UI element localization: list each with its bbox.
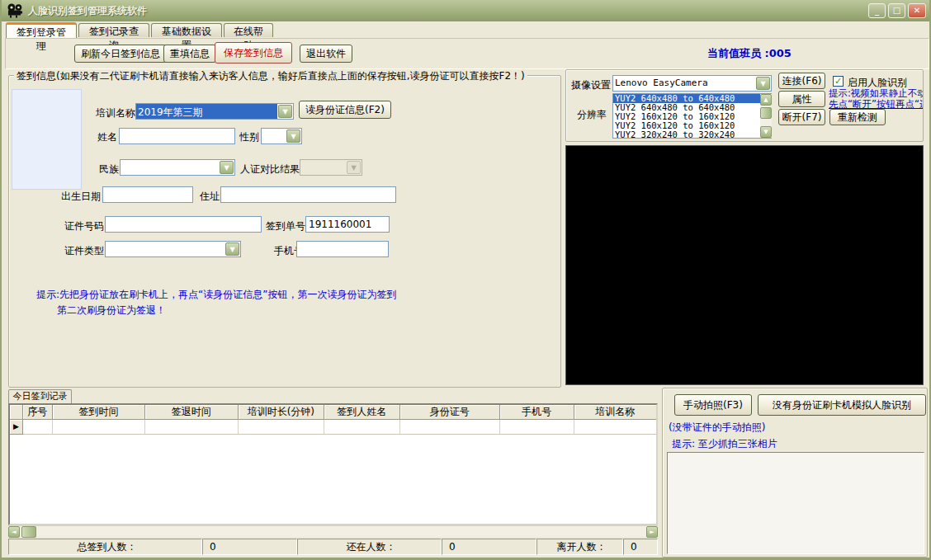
scroll-left-icon[interactable]: ◄ xyxy=(8,526,20,538)
left-count-label: 离开人数 : xyxy=(536,539,623,555)
chevron-down-icon[interactable]: ▼ xyxy=(225,242,239,256)
signin-form-legend: 签到信息(如果没有二代证刷卡机请直接输入来访客人信息，输好后直接点上面的保存按钮… xyxy=(14,69,527,83)
gender-label: 性别 xyxy=(239,130,259,144)
column-header: 签到时间 xyxy=(53,405,145,420)
captured-photos-area xyxy=(667,452,924,554)
scroll-up-icon[interactable]: ▲ xyxy=(760,94,772,106)
phone-input[interactable] xyxy=(296,241,389,257)
ethnicity-label: 民族 xyxy=(99,162,119,176)
properties-button[interactable]: 属性 xyxy=(778,91,825,107)
training-name-value: 2019年第三期 xyxy=(136,104,277,119)
left-count-value: 0 xyxy=(623,539,658,555)
column-header: 签到人姓名 xyxy=(324,405,400,420)
read-id-card-button[interactable]: 读身份证信息(F2) xyxy=(299,101,391,119)
column-header: 序号 xyxy=(23,405,53,420)
chevron-down-icon[interactable]: ▼ xyxy=(278,105,292,118)
capture-note2: 提示: 至少抓拍三张相片 xyxy=(672,437,777,451)
address-label: 住址 xyxy=(200,190,220,204)
refill-info-button[interactable]: 重填信息 xyxy=(163,45,216,63)
selector-header-cell xyxy=(10,405,23,420)
total-signin-label: 总签到人数 : xyxy=(8,539,202,555)
scroll-thumb[interactable] xyxy=(21,526,36,538)
row-marker-icon: ▶ xyxy=(10,420,23,435)
chevron-down-icon[interactable]: ▼ xyxy=(286,129,300,143)
birth-date-input[interactable] xyxy=(102,186,193,203)
title-bar: 人脸识别签到管理系统软件 _ □ ✕ xyxy=(2,0,929,21)
name-label: 姓名 xyxy=(97,130,117,144)
ethnicity-combo[interactable]: ▼ xyxy=(120,159,235,176)
training-name-label: 培训名称 xyxy=(96,106,135,120)
manual-photo-button[interactable]: 手动拍照(F3) xyxy=(674,394,752,416)
id-number-label: 证件号码 xyxy=(64,219,104,233)
camera-device-combo[interactable]: Lenovo EasyCamera ▼ xyxy=(612,75,772,92)
birth-date-label: 出生日期 xyxy=(61,190,101,204)
resolution-option[interactable]: YUY2 320x240 to 320x240 xyxy=(613,130,771,139)
refresh-today-button[interactable]: 刷新今日签到信息 xyxy=(74,45,167,63)
column-header: 身份证号 xyxy=(400,405,500,420)
table-header-row: 序号 签到时间 签退时间 培训时长(分钟) 签到人姓名 身份证号 手机号 培训名… xyxy=(10,405,656,420)
tab-record-query[interactable]: 签到记录查询 xyxy=(78,23,149,37)
table-horizontal-scrollbar[interactable]: ◄ ► xyxy=(8,525,658,537)
form-hint-line2: 第二次刷身份证为签退！ xyxy=(57,304,166,318)
disconnect-button[interactable]: 断开(F7) xyxy=(778,109,825,125)
camera-device-value: Lenovo EasyCamera xyxy=(613,76,755,91)
exit-button[interactable]: 退出软件 xyxy=(300,45,352,63)
column-header: 培训时长(分钟) xyxy=(239,405,324,420)
redetect-button[interactable]: 重新检测 xyxy=(829,109,886,125)
video-feed xyxy=(565,145,924,385)
window-title: 人脸识别签到管理系统软件 xyxy=(28,4,147,18)
scroll-right-icon[interactable]: ► xyxy=(646,526,658,538)
signin-no-input[interactable] xyxy=(305,216,390,233)
tab-basic-data[interactable]: 基础数据设置 xyxy=(151,23,222,37)
face-recognition-checkbox[interactable]: ✓ xyxy=(833,76,844,87)
records-table: 序号 签到时间 签退时间 培训时长(分钟) 签到人姓名 身份证号 手机号 培训名… xyxy=(8,403,658,525)
tab-online-help[interactable]: 在线帮助 xyxy=(224,23,273,37)
address-input[interactable] xyxy=(220,186,396,203)
table-row: ▶ xyxy=(10,420,656,435)
chevron-down-icon[interactable]: ▼ xyxy=(756,77,770,90)
app-window: 人脸识别签到管理系统软件 _ □ ✕ 签到登录管理 签到记录查询 基础数据设置 … xyxy=(0,0,931,560)
camera-setting-label: 摄像设置 xyxy=(571,78,611,92)
resolution-scrollbar[interactable]: ▲ ▼ xyxy=(760,94,772,138)
connect-button[interactable]: 连接(F6) xyxy=(778,73,825,89)
maximize-button[interactable]: □ xyxy=(888,3,905,18)
main-tabbar: 签到登录管理 签到记录查询 基础数据设置 在线帮助 xyxy=(2,22,929,38)
training-name-combo[interactable]: 2019年第三期 ▼ xyxy=(135,103,294,120)
id-type-combo[interactable]: ▼ xyxy=(105,241,241,257)
compare-result-combo: ▼ xyxy=(300,159,362,176)
capture-note1: (没带证件的手动拍照) xyxy=(669,421,765,435)
total-signin-value: 0 xyxy=(202,539,297,555)
today-records-tab[interactable]: 今日签到记录 xyxy=(8,389,72,403)
resolution-label: 分辨率 xyxy=(577,108,607,122)
close-button[interactable]: ✕ xyxy=(908,3,926,18)
column-header: 签退时间 xyxy=(145,405,238,420)
column-header: 培训名称 xyxy=(574,405,656,420)
duty-officer-label: 当前值班员 :005 xyxy=(707,46,792,61)
signin-no-label: 签到单号 xyxy=(266,219,305,233)
form-hint-line1: 提示:先把身份证放在刷卡机上，再点“读身份证信息”按钮，第一次读身份证为签到 xyxy=(36,288,396,302)
compare-result-label: 人证对比结果 xyxy=(240,162,300,176)
id-type-label: 证件类型 xyxy=(64,244,104,258)
chevron-down-icon: ▼ xyxy=(347,161,361,174)
tab-signin-management[interactable]: 签到登录管理 xyxy=(6,22,77,38)
app-camera-icon xyxy=(7,3,23,18)
still-present-value: 0 xyxy=(442,539,536,555)
name-input[interactable] xyxy=(119,128,235,144)
id-number-input[interactable] xyxy=(105,216,262,233)
chevron-down-icon[interactable]: ▼ xyxy=(220,161,234,174)
column-header: 手机号 xyxy=(500,405,574,420)
resolution-listbox: YUY2 640x480 to 640x480 YUY2 640x480 to … xyxy=(612,93,772,139)
save-signin-button[interactable]: 保存签到信息 xyxy=(215,42,292,64)
gender-combo[interactable]: ▼ xyxy=(261,128,302,144)
id-photo-placeholder xyxy=(12,89,82,190)
minimize-button[interactable]: _ xyxy=(868,3,886,18)
still-present-label: 还在人数 : xyxy=(297,539,442,555)
scroll-down-icon[interactable]: ▼ xyxy=(760,126,772,138)
scroll-thumb[interactable] xyxy=(760,107,772,119)
simulate-face-recognition-button[interactable]: 没有身份证刷卡机模拟人脸识别 xyxy=(758,394,926,416)
